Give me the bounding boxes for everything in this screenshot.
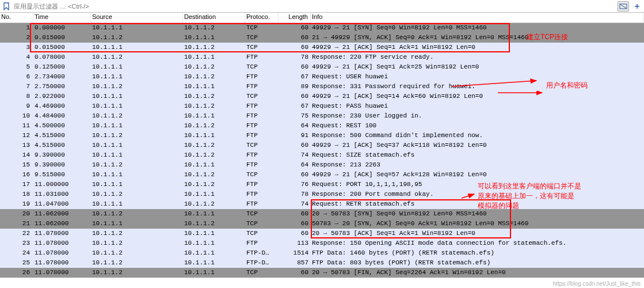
cell-dst: 10.1.1.2 (183, 170, 245, 180)
cell-len: 76 (279, 180, 311, 190)
header-time[interactable]: Time (33, 13, 91, 22)
cell-dst: 10.1.1.1 (183, 209, 245, 219)
cell-info: 49929 → 21 [ACK] Seq=37 Ack=118 Win=8192… (311, 141, 644, 150)
expression-button[interactable] (618, 1, 629, 12)
cell-dst: 10.1.1.1 (183, 52, 245, 62)
table-row[interactable]: 30.01500010.1.1.110.1.1.2TCP6049929 → 21… (0, 43, 644, 52)
table-row[interactable]: 104.48400010.1.1.210.1.1.1FTP75Response:… (0, 111, 644, 121)
cell-time: 0.000000 (33, 23, 91, 33)
table-row[interactable]: 124.51500010.1.1.210.1.1.1FTP91Response:… (0, 131, 644, 141)
header-no[interactable]: No. (0, 13, 33, 22)
table-row[interactable]: 2211.07800010.1.1.210.1.1.1TCP6020 → 507… (0, 229, 644, 238)
header-info[interactable]: Info (311, 13, 644, 22)
table-row[interactable]: 159.39000010.1.1.210.1.1.1FTP64Response:… (0, 160, 644, 170)
cell-dst: 10.1.1.2 (183, 62, 245, 72)
cell-time: 9.390000 (33, 160, 91, 170)
bookmark-icon[interactable] (1, 1, 12, 12)
filter-input[interactable] (12, 2, 616, 11)
cell-src: 10.1.1.1 (91, 180, 183, 190)
cell-info: 49929 → 21 [ACK] Seq=14 Ack=60 Win=8192 … (311, 92, 644, 101)
annotation-tcp: 建立TCP连接 (527, 32, 568, 42)
cell-proto: TCP (245, 141, 279, 150)
table-row[interactable]: 2111.06200010.1.1.110.1.1.2TCP6050783 → … (0, 219, 644, 229)
cell-proto: FTP (245, 150, 279, 160)
cell-proto: TCP (245, 23, 279, 33)
cell-len: 74 (279, 150, 311, 160)
cell-proto: TCP (245, 92, 279, 101)
cell-time: 11.078000 (33, 268, 91, 278)
table-row[interactable]: 10.00000010.1.1.110.1.1.2TCP6049929 → 21… (0, 23, 644, 33)
cell-dst: 10.1.1.2 (183, 121, 245, 131)
cell-info: Request: PASS huawei (311, 101, 644, 111)
table-row[interactable]: 40.07800010.1.1.210.1.1.1FTP78Response: … (0, 52, 644, 62)
cell-src: 10.1.1.2 (91, 190, 183, 199)
cell-src: 10.1.1.2 (91, 52, 183, 62)
cell-len: 60 (279, 268, 311, 278)
table-row[interactable]: 169.51500010.1.1.110.1.1.2TCP6049929 → 2… (0, 170, 644, 180)
cell-len: 60 (279, 170, 311, 180)
header-length[interactable]: Length (279, 13, 311, 22)
cell-no: 20 (0, 209, 33, 219)
cell-src: 10.1.1.1 (91, 43, 183, 52)
cell-dst: 10.1.1.2 (183, 101, 245, 111)
cell-info: Response: 230 User logged in. (311, 111, 644, 121)
cell-no: 26 (0, 268, 33, 278)
cell-info: 20 → 50783 [FIN, ACK] Seq=2264 Ack=1 Win… (311, 268, 644, 278)
cell-time: 11.031000 (33, 190, 91, 199)
cell-info: 49929 → 21 [ACK] Seq=1 Ack=25 Win=8192 L… (311, 62, 644, 72)
cell-no: 17 (0, 180, 33, 190)
cell-no: 19 (0, 199, 33, 209)
cell-proto: TCP (245, 268, 279, 278)
cell-src: 10.1.1.2 (91, 258, 183, 268)
cell-dst: 10.1.1.1 (183, 238, 245, 248)
cell-len: 60 (279, 23, 311, 33)
cell-src: 10.1.1.2 (91, 82, 183, 92)
cell-len: 78 (279, 190, 311, 199)
header-protocol[interactable]: Protoco. (245, 13, 279, 22)
cell-no: 4 (0, 52, 33, 62)
cell-proto: FTP-D… (245, 258, 279, 268)
cell-dst: 10.1.1.1 (183, 160, 245, 170)
cell-dst: 10.1.1.2 (183, 219, 245, 229)
cell-time: 11.047000 (33, 199, 91, 209)
cell-time: 11.062000 (33, 209, 91, 219)
annotation-port-l3: 模拟器的问题 (478, 201, 519, 211)
cell-no: 7 (0, 82, 33, 92)
table-row[interactable]: 149.39000010.1.1.110.1.1.2FTP74Request: … (0, 150, 644, 160)
table-row[interactable]: 134.51500010.1.1.110.1.1.2TCP6049929 → 2… (0, 141, 644, 150)
cell-no: 18 (0, 190, 33, 199)
table-row[interactable]: 2411.07800010.1.1.210.1.1.1FTP-D…1514FTP… (0, 248, 644, 258)
cell-time: 2.922000 (33, 92, 91, 101)
cell-time: 2.750000 (33, 82, 91, 92)
cell-src: 10.1.1.1 (91, 62, 183, 72)
cell-no: 9 (0, 101, 33, 111)
cell-time: 11.078000 (33, 238, 91, 248)
cell-no: 5 (0, 62, 33, 72)
cell-src: 10.1.1.1 (91, 72, 183, 82)
cell-time: 9.515000 (33, 170, 91, 180)
table-row[interactable]: 2311.07800010.1.1.210.1.1.1FTP113Respons… (0, 238, 644, 248)
cell-len: 78 (279, 52, 311, 62)
add-filter-button[interactable] (632, 1, 642, 12)
table-row[interactable]: 2611.07800010.1.1.210.1.1.1TCP6020 → 507… (0, 268, 644, 278)
table-row[interactable]: 2511.07800010.1.1.210.1.1.1FTP-D…857FTP … (0, 258, 644, 268)
cell-time: 11.062000 (33, 219, 91, 229)
cell-src: 10.1.1.1 (91, 141, 183, 150)
header-source[interactable]: Source (91, 13, 183, 22)
cell-no: 14 (0, 150, 33, 160)
cell-dst: 10.1.1.1 (183, 33, 245, 43)
cell-time: 0.125000 (33, 62, 91, 72)
table-row[interactable]: 114.50000010.1.1.110.1.1.2FTP64Request: … (0, 121, 644, 131)
packet-list[interactable]: 10.00000010.1.1.110.1.1.2TCP6049929 → 21… (0, 23, 644, 278)
table-row[interactable]: 94.46900010.1.1.110.1.1.2FTP67Request: P… (0, 101, 644, 111)
table-row[interactable]: 50.12500010.1.1.110.1.1.2TCP6049929 → 21… (0, 62, 644, 72)
table-row[interactable]: 2011.06200010.1.1.210.1.1.1TCP6020 → 507… (0, 209, 644, 219)
cell-proto: FTP-D… (245, 248, 279, 258)
watermark: https://blog.csdn.net/Just_like_this (553, 281, 641, 287)
header-destination[interactable]: Destination (183, 13, 245, 22)
cell-dst: 10.1.1.2 (183, 43, 245, 52)
table-row[interactable]: 82.92200010.1.1.110.1.1.2TCP6049929 → 21… (0, 92, 644, 101)
display-filter-bar (0, 0, 644, 13)
cell-info: Request: SIZE statemach.efs (311, 150, 644, 160)
cell-proto: FTP (245, 180, 279, 190)
